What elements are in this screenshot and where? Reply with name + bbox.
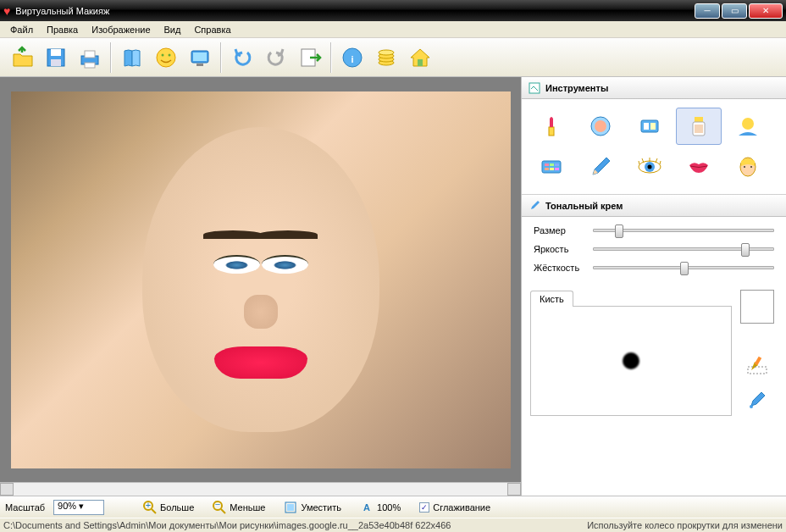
brush-tab[interactable]: Кисть (530, 291, 573, 307)
zoom-in-button[interactable]: +Больше (138, 499, 199, 516)
image-canvas[interactable] (0, 77, 521, 482)
svg-rect-25 (644, 123, 649, 130)
current-tool-title: Тональный крем (545, 201, 623, 211)
svg-rect-32 (545, 163, 549, 166)
svg-rect-20 (529, 83, 540, 93)
zoom-out-button[interactable]: −Меньше (208, 499, 270, 516)
book-button[interactable] (115, 41, 149, 75)
tools-panel-header: Инструменты (522, 77, 786, 99)
hundred-button[interactable]: A100% (355, 499, 406, 516)
svg-rect-29 (695, 125, 703, 133)
zoom-select[interactable]: 90% ▾ (53, 500, 104, 515)
tool-foundation[interactable] (676, 108, 722, 145)
svg-rect-4 (85, 51, 95, 58)
scale-label: Масштаб (5, 502, 45, 513)
heart-icon: ♥ (3, 4, 10, 18)
svg-rect-21 (549, 127, 554, 136)
svg-rect-1 (51, 49, 61, 56)
menu-help[interactable]: Справка (187, 23, 237, 36)
svg-point-7 (162, 53, 164, 56)
svg-rect-54 (287, 504, 294, 511)
brightness-slider[interactable] (593, 247, 774, 251)
current-tool-header: Тональный крем (522, 195, 786, 217)
tool-pencil[interactable] (578, 148, 623, 186)
horizontal-scrollbar[interactable] (0, 482, 521, 496)
size-slider[interactable] (593, 229, 774, 232)
tool-eye-color[interactable] (627, 148, 673, 186)
home-button[interactable] (403, 41, 437, 75)
tool-blush[interactable] (578, 108, 623, 145)
brush-select-button[interactable] (740, 349, 774, 380)
status-bar: C:\Documents and Settings\Admin\Мои доку… (0, 518, 786, 532)
svg-point-6 (157, 48, 175, 67)
menu-view[interactable]: Вид (158, 23, 188, 36)
svg-line-48 (152, 509, 156, 513)
brush-dot (623, 352, 639, 369)
svg-point-43 (750, 166, 752, 168)
svg-point-8 (169, 53, 171, 56)
tool-tan[interactable] (725, 108, 771, 145)
coins-button[interactable] (369, 41, 403, 75)
menu-edit[interactable]: Правка (40, 23, 85, 36)
svg-text:i: i (351, 54, 353, 64)
monitor-button[interactable] (183, 41, 217, 75)
eyedropper-button[interactable] (740, 385, 774, 415)
close-button[interactable]: ✕ (749, 3, 783, 19)
svg-rect-27 (695, 117, 703, 122)
tool-lipstick[interactable] (529, 108, 574, 145)
minimize-button[interactable]: ─ (695, 3, 720, 19)
photo (11, 91, 511, 468)
svg-rect-2 (51, 59, 61, 66)
svg-rect-36 (550, 168, 554, 170)
fit-button[interactable]: Уместить (279, 499, 346, 516)
svg-rect-5 (85, 63, 95, 68)
smiley-button[interactable] (149, 41, 183, 75)
brightness-label: Яркость (534, 244, 593, 254)
canvas-area (0, 77, 521, 496)
brush-icon (529, 200, 540, 212)
menu-file[interactable]: Файл (3, 23, 40, 36)
svg-point-42 (744, 166, 745, 168)
tool-eyeshadow-palette[interactable] (529, 148, 574, 186)
svg-rect-10 (193, 53, 207, 61)
svg-rect-44 (755, 357, 761, 366)
svg-rect-35 (545, 168, 549, 170)
export-button[interactable] (293, 41, 327, 75)
svg-rect-37 (555, 168, 559, 170)
svg-point-18 (379, 50, 394, 55)
svg-point-23 (595, 120, 606, 132)
hardness-slider[interactable] (593, 266, 774, 269)
undo-button[interactable] (225, 41, 259, 75)
redo-button[interactable] (259, 41, 293, 75)
tool-eyeshadow-single[interactable] (627, 108, 673, 145)
size-label: Размер (534, 225, 593, 236)
info-button[interactable]: i (335, 41, 369, 75)
svg-point-30 (742, 118, 754, 130)
status-hint: Используйте колесо прокрутки для изменен… (587, 520, 783, 530)
svg-rect-19 (418, 59, 423, 66)
svg-text:−: − (215, 501, 220, 509)
window-title: Виртуальный Макияж (15, 6, 109, 16)
color-swatch[interactable] (740, 290, 774, 324)
save-button[interactable] (39, 41, 73, 75)
print-button[interactable] (73, 41, 107, 75)
svg-text:+: + (146, 501, 151, 510)
title-bar: ♥ Виртуальный Макияж ─ ▭ ✕ (0, 0, 786, 21)
svg-line-51 (221, 509, 225, 513)
menu-image[interactable]: Изображение (85, 23, 157, 36)
maximize-button[interactable]: ▭ (722, 3, 747, 19)
svg-rect-34 (555, 163, 559, 166)
svg-rect-31 (542, 161, 561, 173)
tools-title: Инструменты (545, 83, 608, 93)
tool-face-shape[interactable] (725, 148, 771, 186)
status-path: C:\Documents and Settings\Admin\Мои доку… (3, 520, 451, 530)
open-button[interactable] (5, 41, 39, 75)
smoothing-checkbox[interactable]: ✓Сглаживание (414, 501, 495, 514)
menu-bar: Файл Правка Изображение Вид Справка (0, 21, 786, 38)
tools-icon (529, 82, 540, 94)
tool-lips-smile[interactable] (676, 148, 722, 186)
svg-rect-11 (196, 64, 203, 66)
bottom-bar: Масштаб 90% ▾ +Больше −Меньше Уместить A… (0, 496, 786, 518)
svg-rect-26 (650, 123, 656, 130)
svg-point-40 (648, 165, 652, 169)
